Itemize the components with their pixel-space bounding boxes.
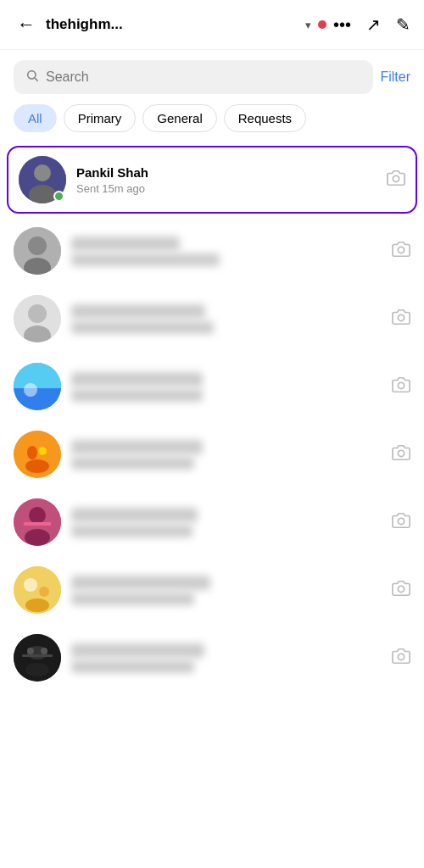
svg-point-36 xyxy=(41,648,47,654)
conv-name: Pankil Shah xyxy=(76,165,377,180)
avatar-wrap xyxy=(14,566,61,614)
search-icon xyxy=(25,69,39,86)
conv-preview: preview message here blurred xyxy=(71,253,382,266)
online-status-dot xyxy=(53,191,64,202)
svg-point-16 xyxy=(24,383,37,397)
tab-all[interactable]: All xyxy=(14,104,57,132)
svg-point-22 xyxy=(398,450,404,456)
camera-icon[interactable] xyxy=(392,511,410,534)
svg-point-21 xyxy=(25,459,49,473)
conv-preview: blurred preview message xyxy=(71,660,382,673)
svg-point-27 xyxy=(398,518,404,524)
conv-preview: blurred preview text here xyxy=(71,525,382,537)
conv-name: Username blurred pqr xyxy=(71,643,382,658)
conv-name: Username blurred def xyxy=(71,372,382,387)
svg-line-1 xyxy=(35,78,38,81)
avatar-wrap xyxy=(14,363,61,410)
conv-preview: blurred message preview xyxy=(71,593,382,605)
conversation-item[interactable]: Username blurred jkl blurred preview tex… xyxy=(0,488,424,556)
conversation-item[interactable]: Username blurred preview message here bl… xyxy=(0,217,424,285)
conv-name: Username blurred ghi xyxy=(71,440,382,454)
avatar-wrap xyxy=(19,156,66,203)
header: ← thehighm... ▾ ••• ↗ ✎ xyxy=(0,0,424,50)
camera-icon[interactable] xyxy=(392,240,410,263)
avatar xyxy=(14,634,61,682)
avatar-wrap xyxy=(14,227,61,275)
svg-point-11 xyxy=(28,304,47,323)
filter-button[interactable]: Filter xyxy=(380,70,410,85)
svg-point-39 xyxy=(398,654,404,659)
svg-point-3 xyxy=(34,164,51,181)
conv-info: Username blurred jkl blurred preview tex… xyxy=(71,508,382,537)
more-options-icon[interactable]: ••• xyxy=(333,15,351,35)
conversation-item[interactable]: Username blurred abc preview message blu… xyxy=(0,285,424,353)
search-input[interactable] xyxy=(46,70,361,85)
search-bar xyxy=(14,60,373,94)
svg-point-19 xyxy=(27,446,37,459)
camera-icon[interactable] xyxy=(392,579,410,602)
svg-point-25 xyxy=(25,529,50,546)
svg-point-38 xyxy=(25,663,49,676)
avatar xyxy=(14,295,61,342)
conversation-list: Pankil Shah Sent 15m ago Username blurre… xyxy=(0,146,424,692)
header-actions: ••• ↗ ✎ xyxy=(333,14,410,35)
tab-general[interactable]: General xyxy=(142,104,216,132)
conv-name: Username blurred mno xyxy=(71,576,382,590)
tabs-bar: All Primary General Requests xyxy=(0,104,424,142)
conv-preview: preview message blurred xyxy=(71,457,382,470)
svg-rect-26 xyxy=(24,522,51,526)
svg-point-35 xyxy=(27,648,34,654)
svg-point-17 xyxy=(398,382,404,388)
svg-point-31 xyxy=(25,598,49,612)
conversation-item[interactable]: Username blurred ghi preview message blu… xyxy=(0,420,424,488)
search-container: Filter xyxy=(0,50,424,104)
conv-info: Username blurred abc preview message blu… xyxy=(71,304,382,334)
conv-preview: preview message blurred xyz xyxy=(71,321,382,334)
avatar-wrap xyxy=(14,498,61,546)
header-title: thehighm... xyxy=(46,16,298,33)
camera-icon[interactable] xyxy=(392,647,410,670)
back-button[interactable]: ← xyxy=(14,10,39,39)
avatar xyxy=(14,431,61,478)
svg-point-32 xyxy=(398,586,404,592)
camera-icon[interactable] xyxy=(392,308,410,331)
live-dot-icon xyxy=(318,20,326,29)
svg-rect-37 xyxy=(22,654,53,657)
svg-point-29 xyxy=(24,578,37,592)
conversation-item[interactable]: Username blurred pqr blurred preview mes… xyxy=(0,624,424,692)
conv-info: Pankil Shah Sent 15m ago xyxy=(76,165,377,195)
conv-name: Username blurred xyxy=(71,236,382,251)
svg-point-20 xyxy=(38,447,47,455)
avatar xyxy=(14,227,61,275)
svg-point-7 xyxy=(28,236,47,255)
camera-icon[interactable] xyxy=(392,443,410,466)
conv-info: Username blurred preview message here bl… xyxy=(71,236,382,266)
camera-icon[interactable] xyxy=(392,376,410,398)
avatar-wrap xyxy=(14,295,61,342)
svg-point-5 xyxy=(393,175,399,181)
conversation-item[interactable]: Username blurred mno blurred message pre… xyxy=(0,556,424,624)
camera-icon[interactable] xyxy=(387,169,405,192)
svg-rect-15 xyxy=(14,388,61,410)
tab-primary[interactable]: Primary xyxy=(64,104,137,132)
avatar xyxy=(14,498,61,546)
svg-point-9 xyxy=(398,247,404,253)
svg-point-13 xyxy=(398,314,404,320)
svg-point-24 xyxy=(29,507,46,524)
conv-info: Username blurred mno blurred message pre… xyxy=(71,576,382,605)
conversation-item-highlighted[interactable]: Pankil Shah Sent 15m ago xyxy=(7,146,417,214)
conv-preview: Sent 15m ago xyxy=(76,182,377,195)
tab-requests[interactable]: Requests xyxy=(224,104,306,132)
conv-name: Username blurred jkl xyxy=(71,508,382,522)
avatar-wrap xyxy=(14,431,61,478)
avatar xyxy=(14,566,61,614)
conv-name: Username blurred abc xyxy=(71,304,382,319)
chevron-down-icon[interactable]: ▾ xyxy=(305,19,311,31)
stats-icon[interactable]: ↗ xyxy=(366,14,381,35)
svg-point-0 xyxy=(28,71,36,79)
avatar xyxy=(14,363,61,410)
edit-icon[interactable]: ✎ xyxy=(396,14,410,35)
svg-point-30 xyxy=(39,587,49,597)
conversation-item[interactable]: Username blurred def preview message her… xyxy=(0,353,424,420)
conv-info: Username blurred pqr blurred preview mes… xyxy=(71,643,382,673)
